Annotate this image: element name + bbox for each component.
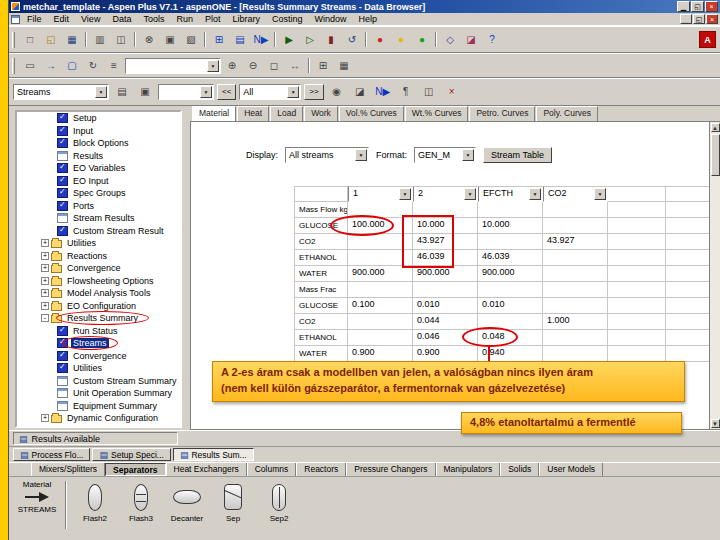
chevron-down-icon[interactable] [529, 188, 541, 200]
tree-item[interactable]: Streams [17, 337, 180, 350]
tree-item[interactable]: Setup [17, 112, 180, 125]
tree-expand-icon[interactable]: - [41, 314, 49, 322]
model-item[interactable]: Flash2 [73, 481, 117, 523]
scrollbar-thumb[interactable] [711, 134, 720, 176]
snapshot-icon[interactable]: ◉ [327, 83, 347, 102]
plot-icon[interactable]: ◪ [461, 30, 481, 49]
model-library-tab[interactable]: Reactors [296, 463, 346, 476]
tree-expand-icon[interactable]: + [41, 277, 49, 285]
column-header-1[interactable]: 1 [348, 186, 413, 202]
child-close-button[interactable]: × [706, 14, 718, 24]
model-item[interactable]: Sep2 [257, 481, 301, 523]
model-library-tab[interactable]: Pressure Changers [346, 463, 435, 476]
caution-light-icon[interactable]: ● [391, 30, 411, 49]
scroll-up-icon[interactable]: ▲ [711, 123, 720, 132]
tree-item[interactable]: + Utilities [17, 237, 180, 250]
tree-expand-icon[interactable]: + [41, 414, 49, 422]
tree-item[interactable]: Custom Stream Summary [17, 375, 180, 388]
tree-item[interactable]: Unit Operation Summary [17, 387, 180, 400]
paste-icon[interactable]: ▧ [181, 30, 201, 49]
forms-stack-icon[interactable]: ▣ [135, 83, 155, 102]
menu-item[interactable]: Help [354, 13, 383, 25]
open-icon[interactable]: ◱ [41, 30, 61, 49]
chevron-down-icon[interactable] [399, 188, 411, 200]
next-input-icon[interactable]: N▶ [251, 30, 271, 49]
section-icon[interactable]: ▦ [334, 56, 354, 75]
tree-item[interactable]: + Flowsheeting Options [17, 275, 180, 288]
help-icon[interactable]: ? [482, 30, 502, 49]
grid-icon[interactable]: ⊞ [313, 56, 333, 75]
restore-button[interactable]: ◱ [691, 1, 704, 12]
chevron-down-icon[interactable] [462, 149, 474, 161]
cut-icon[interactable]: ⊗ [139, 30, 159, 49]
form-tab[interactable]: Heat [237, 106, 269, 121]
comments-icon[interactable]: ¶ [396, 83, 416, 102]
flowsheet-window-icon[interactable]: ▭ [20, 56, 40, 75]
menu-item[interactable]: Data [107, 13, 136, 25]
workspace-tab[interactable]: ▤ Setup Speci... [92, 448, 170, 461]
tree-item[interactable]: Block Options [17, 137, 180, 150]
workspace-tab[interactable]: ▤ Process Flo... [13, 448, 90, 461]
data-browser-icon[interactable]: ⊞ [209, 30, 229, 49]
next-stream-button[interactable]: >> [304, 84, 323, 100]
tree-item[interactable]: Spec Groups [17, 187, 180, 200]
model-library-tab[interactable]: Separators [105, 463, 165, 476]
minimize-button[interactable]: ▁ [677, 1, 690, 12]
tree-item[interactable]: Custom Stream Result [17, 225, 180, 238]
form-tab[interactable]: Material [192, 106, 236, 121]
flowsheet-icon[interactable]: ◇ [440, 30, 460, 49]
go-light-icon[interactable]: ● [412, 30, 432, 49]
form-tab[interactable]: Work [304, 106, 338, 121]
tree-item[interactable]: + Dynamic Configuration [17, 412, 180, 425]
tree-item[interactable]: + EO Configuration [17, 300, 180, 313]
menu-item[interactable]: Run [171, 13, 198, 25]
chevron-down-icon[interactable] [207, 60, 219, 72]
tree-expand-icon[interactable]: + [41, 289, 49, 297]
tree-item[interactable]: Ports [17, 200, 180, 213]
control-panel-icon[interactable]: ▤ [230, 30, 250, 49]
pause-icon[interactable]: ▮ [321, 30, 341, 49]
model-item[interactable]: Flash3 [119, 481, 163, 523]
zoom-out-icon[interactable]: ⊖ [243, 56, 263, 75]
tree-item[interactable]: + Reactions [17, 250, 180, 263]
tree-item[interactable]: Utilities [17, 362, 180, 375]
toolbar-handle[interactable] [12, 58, 15, 74]
tree-item[interactable]: Equipment Summary [17, 400, 180, 413]
stream-filter-combo[interactable]: All [239, 84, 301, 100]
run-icon[interactable]: ▶ [279, 30, 299, 49]
menu-item[interactable]: Costing [267, 13, 308, 25]
model-item[interactable]: Decanter [165, 481, 209, 523]
menu-item[interactable]: Library [227, 13, 265, 25]
chevron-down-icon[interactable] [464, 188, 476, 200]
menu-item[interactable]: Window [309, 13, 351, 25]
new-icon[interactable]: □ [20, 30, 40, 49]
flowsheet-section-combo[interactable] [125, 58, 221, 74]
tree-item[interactable]: EO Variables [17, 162, 180, 175]
tree-item[interactable]: + Convergence [17, 262, 180, 275]
close-view-icon[interactable]: × [442, 83, 462, 102]
tree-node-combo[interactable]: Streams [13, 84, 109, 100]
form-tab[interactable]: Petro. Curves [469, 106, 535, 121]
model-library-tab[interactable]: User Models [539, 463, 603, 476]
model-library-tab[interactable]: Columns [247, 463, 297, 476]
zoom-full-icon[interactable]: ◻ [264, 56, 284, 75]
stream-table-button[interactable]: Stream Table [483, 147, 552, 163]
display-combo[interactable]: All streams [285, 147, 369, 163]
close-button[interactable]: × [705, 1, 718, 12]
print-preview-icon[interactable]: ◫ [111, 30, 131, 49]
chevron-down-icon[interactable] [594, 188, 606, 200]
model-library-tab[interactable]: Solids [500, 463, 539, 476]
insert-stream-icon[interactable]: → [41, 56, 61, 75]
tree-expand-icon[interactable]: + [41, 239, 49, 247]
child-minimize-button[interactable]: ▁ [680, 14, 692, 24]
menu-item[interactable]: View [76, 13, 105, 25]
format-combo[interactable]: GEN_M [414, 147, 476, 163]
scroll-down-icon[interactable]: ▼ [711, 419, 720, 428]
stop-light-icon[interactable]: ● [370, 30, 390, 49]
tree-item[interactable]: Run Status [17, 325, 180, 338]
chevron-down-icon[interactable] [200, 86, 212, 98]
column-header-EFCTH[interactable]: EFCTH [478, 186, 543, 202]
model-library-tab[interactable]: Mixers/Splitters [31, 463, 105, 476]
material-stream-tool[interactable]: Material STREAMS [13, 479, 61, 514]
sheet-icon[interactable]: ▤ [112, 83, 132, 102]
